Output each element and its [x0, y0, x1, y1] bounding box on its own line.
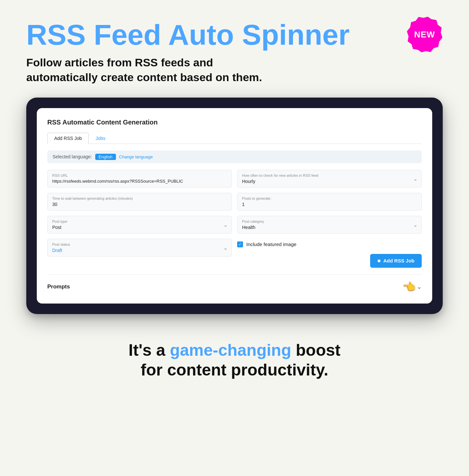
post-status-arrow: ⌄	[223, 244, 228, 251]
main-title: RSS Feed Auto Spinner	[26, 20, 443, 50]
rss-url-label: RSS URL	[52, 173, 227, 177]
wait-time-value: 30	[52, 202, 227, 207]
prompts-label: Prompts	[47, 283, 70, 290]
device-frame: RSS Automatic Content Generation Add RSS…	[26, 98, 443, 314]
post-category-label: Post category	[242, 219, 417, 223]
bottom-text: It's a game-changing boost	[26, 340, 443, 360]
form-row-3: Post type Post ⌄ Post category Health ⌄	[47, 216, 422, 234]
prompts-right: 👈 ⌄	[402, 281, 422, 293]
subtitle: Follow articles from RSS feeds and autom…	[26, 55, 282, 84]
language-bar: Selected language: English Change langua…	[47, 150, 422, 163]
post-category-field[interactable]: Post category Health ⌄	[237, 216, 422, 234]
tab-add-rss-job[interactable]: Add RSS Job	[47, 133, 89, 144]
posts-to-generate-value: 1	[242, 202, 417, 207]
new-badge-text: NEW	[414, 29, 435, 39]
change-language-link[interactable]: Change language	[119, 154, 153, 159]
check-frequency-arrow: ⌄	[413, 175, 417, 182]
featured-image-checkbox[interactable]: ✓	[237, 241, 243, 247]
post-type-label: Post type	[52, 219, 227, 223]
prompts-row[interactable]: Prompts 👈 ⌄	[47, 274, 422, 293]
post-type-value: Post	[52, 225, 227, 230]
check-frequency-value: Hourly	[242, 179, 417, 184]
post-type-arrow: ⌄	[223, 221, 228, 228]
language-prefix: Selected language:	[53, 154, 92, 159]
bottom-section: It's a game-changing boost for content p…	[26, 334, 443, 393]
post-type-field[interactable]: Post type Post ⌄	[47, 216, 232, 234]
form-row-4: Post status Draft ⌄ ✓ Include featured i…	[47, 239, 422, 268]
rss-url-field[interactable]: RSS URL https://rssfeeds.webmd.com/rss/r…	[47, 170, 232, 188]
prompts-chevron-icon: ⌄	[417, 283, 422, 290]
form-row-2: Time to wait between generating articles…	[47, 193, 422, 211]
featured-image-label: Include featured image	[246, 241, 297, 247]
check-frequency-label: How often to check for new articles in R…	[242, 173, 417, 177]
panel-title: RSS Automatic Content Generation	[47, 119, 422, 126]
device-inner: RSS Automatic Content Generation Add RSS…	[37, 108, 432, 304]
wait-time-label: Time to wait between generating articles…	[52, 196, 227, 200]
cursor-hand-icon: 👈	[402, 281, 415, 293]
check-frequency-field[interactable]: How often to check for new articles in R…	[237, 170, 422, 188]
post-status-label: Post status	[52, 242, 227, 246]
right-section: ✓ Include featured image ■ Add RSS Job	[237, 239, 422, 268]
post-category-value: Health	[242, 225, 417, 230]
header-section: NEW RSS Feed Auto Spinner Follow article…	[26, 20, 443, 84]
post-status-value: Draft	[52, 248, 227, 253]
add-rss-job-label: Add RSS Job	[383, 258, 414, 263]
tabs-row: Add RSS Job Jobs	[47, 133, 422, 144]
post-category-arrow: ⌄	[413, 221, 417, 228]
bottom-text-part1: It's a	[128, 341, 170, 359]
posts-to-generate-field[interactable]: Posts to generate: 1	[237, 193, 422, 211]
wait-time-field[interactable]: Time to wait between generating articles…	[47, 193, 232, 211]
bottom-text-part2: boost	[291, 341, 341, 359]
rss-icon: ■	[377, 258, 381, 264]
form-row-1: RSS URL https://rssfeeds.webmd.com/rss/r…	[47, 170, 422, 188]
featured-image-row[interactable]: ✓ Include featured image	[237, 239, 422, 250]
rss-url-value: https://rssfeeds.webmd.com/rss/rss.aspx?…	[52, 179, 227, 184]
page-wrapper: NEW RSS Feed Auto Spinner Follow article…	[0, 0, 469, 476]
tab-jobs[interactable]: Jobs	[89, 133, 112, 144]
bottom-text-highlight: game-changing	[170, 341, 291, 359]
language-badge: English	[95, 154, 116, 160]
add-rss-job-button[interactable]: ■ Add RSS Job	[370, 254, 422, 268]
posts-to-generate-label: Posts to generate:	[242, 196, 417, 200]
post-status-field[interactable]: Post status Draft ⌄	[47, 239, 232, 257]
bottom-text-line2: for content productivity.	[26, 360, 443, 380]
